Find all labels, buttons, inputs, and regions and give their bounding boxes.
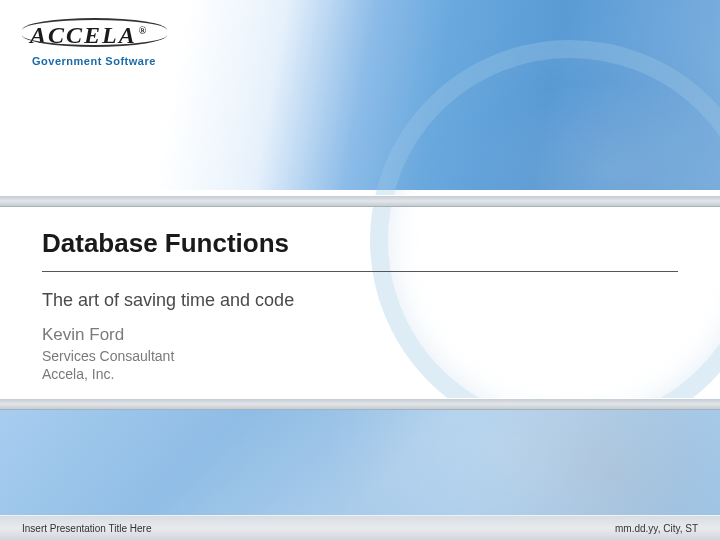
logo-tagline: Government Software <box>32 55 156 67</box>
author-name: Kevin Ford <box>42 325 678 345</box>
divider-bar-lower <box>0 398 720 410</box>
slide-subtitle: The art of saving time and code <box>42 290 678 311</box>
logo: ACCELA® Government Software <box>30 22 156 67</box>
footer-date-location-placeholder: mm.dd.yy, City, ST <box>615 523 698 534</box>
footer-bar: Insert Presentation Title Here mm.dd.yy,… <box>0 515 720 540</box>
author-role: Services Consaultant <box>42 347 678 365</box>
logo-brand: ACCELA® <box>30 22 148 49</box>
title-divider <box>42 271 678 272</box>
content-area: Database Functions The art of saving tim… <box>42 228 678 383</box>
lower-banner <box>0 410 720 515</box>
divider-bar-upper <box>0 195 720 207</box>
lower-banner-graphic <box>0 410 720 515</box>
footer-title-placeholder: Insert Presentation Title Here <box>22 523 152 534</box>
author-company: Accela, Inc. <box>42 365 678 383</box>
slide-title: Database Functions <box>42 228 678 259</box>
